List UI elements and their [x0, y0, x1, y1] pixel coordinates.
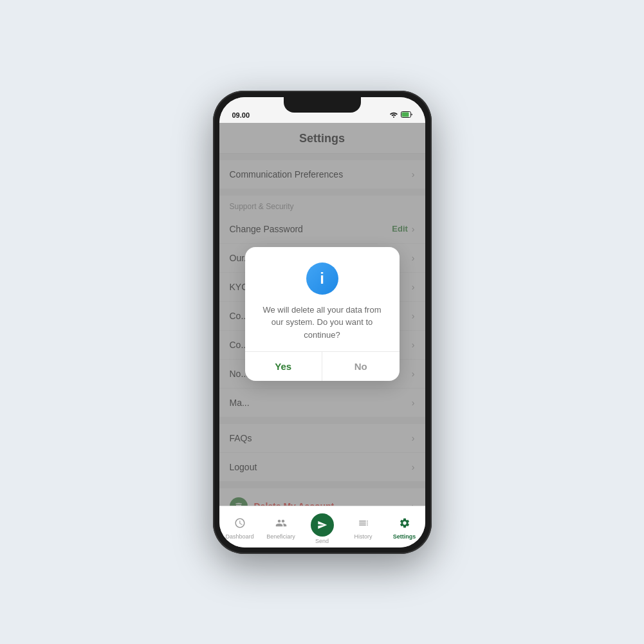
svg-rect-2 [401, 112, 409, 116]
modal-dialog: i We will delete all your data from our … [245, 247, 400, 382]
modal-message: We will delete all your data from our sy… [258, 304, 387, 342]
modal-yes-button[interactable]: Yes [245, 352, 323, 381]
tab-history[interactable]: History [343, 513, 384, 540]
send-label: Send [315, 538, 329, 544]
tab-bar: Dashboard Beneficiary Send History [219, 506, 425, 547]
settings-tab-label: Settings [393, 533, 416, 540]
dashboard-label: Dashboard [225, 533, 253, 540]
tab-beneficiary[interactable]: Beneficiary [261, 513, 302, 540]
tab-send[interactable]: Send [302, 510, 343, 544]
phone-container: 09.00 Settings Communication P [213, 91, 432, 554]
tab-settings[interactable]: Settings [384, 513, 425, 540]
history-label: History [354, 533, 372, 540]
status-time: 09.00 [232, 111, 250, 119]
status-icons [389, 111, 412, 119]
beneficiary-label: Beneficiary [266, 533, 295, 540]
notch [284, 97, 361, 113]
phone-screen: 09.00 Settings Communication P [219, 97, 425, 547]
beneficiary-icon [275, 517, 287, 532]
wifi-icon [389, 111, 398, 119]
history-icon [358, 517, 369, 532]
modal-overlay: i We will delete all your data from our … [219, 123, 425, 506]
settings-icon [399, 517, 410, 532]
battery-icon [401, 111, 412, 119]
dashboard-icon [234, 517, 246, 532]
modal-body: i We will delete all your data from our … [245, 247, 400, 352]
tab-dashboard[interactable]: Dashboard [219, 513, 261, 540]
modal-info-icon: i [306, 262, 338, 295]
send-icon [311, 513, 334, 537]
svg-point-0 [393, 116, 394, 118]
modal-no-button[interactable]: No [322, 352, 400, 381]
screen-content: Settings Communication Preferences › Sup… [219, 123, 425, 506]
modal-actions: Yes No [245, 351, 400, 381]
